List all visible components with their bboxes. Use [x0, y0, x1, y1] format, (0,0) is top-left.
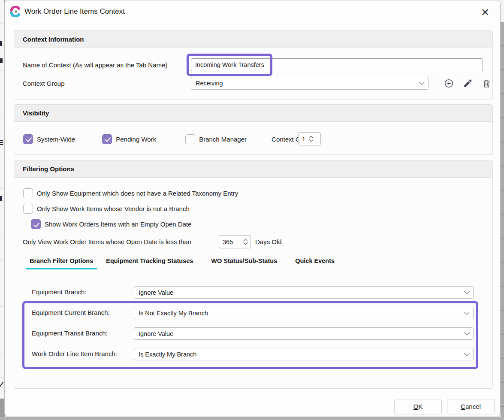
app-logo-icon	[10, 6, 21, 17]
pencil-icon	[463, 79, 473, 88]
open-date-filter-label: Only View Work Order Items whose Open Da…	[23, 238, 191, 245]
background-text-fragment	[0, 140, 3, 141]
stepper-arrows-icon[interactable]	[310, 136, 313, 141]
checkbox-icon[interactable]	[23, 134, 33, 144]
equipment-current-branch-label: Equipment Current Branch:	[32, 309, 110, 316]
chevron-down-icon	[464, 289, 470, 294]
tab-branch-filter-options[interactable]: Branch Filter Options	[26, 256, 97, 269]
chevron-down-icon	[464, 309, 470, 315]
checkbox-icon[interactable]	[23, 188, 33, 198]
ok-button[interactable]: OK	[394, 399, 442, 414]
background-text-fragment	[0, 58, 3, 63]
system-wide-checkbox[interactable]: System-Wide	[23, 134, 75, 144]
context-information-group: Context Information Name of Context (As …	[14, 30, 493, 100]
equipment-transit-branch-dropdown[interactable]: Ignore Value	[134, 327, 474, 340]
equipment-branch-value: Ignore Value	[139, 289, 465, 296]
background-text-fragment	[0, 381, 4, 389]
context-group-label: Context Group	[23, 80, 65, 87]
background-text-fragment	[0, 142, 3, 143]
filtering-options-group: Filtering Options Only Show Equipment wh…	[14, 160, 493, 389]
equipment-transit-branch-value: Ignore Value	[139, 330, 465, 337]
days-old-label: Days Old	[255, 238, 282, 245]
tab-quick-events[interactable]: Quick Events	[291, 256, 338, 269]
days-old-stepper[interactable]: 365	[219, 235, 251, 248]
edit-context-group-button[interactable]	[462, 78, 473, 89]
chevron-down-icon	[464, 330, 470, 335]
close-icon[interactable]: ✕	[478, 5, 492, 20]
empty-open-date-label: Show Work Orders Items with an Empty Ope…	[45, 221, 191, 228]
equipment-transit-branch-label: Equipment Transit Branch:	[32, 329, 108, 337]
cancel-button[interactable]: Cancel	[447, 399, 495, 414]
chevron-down-icon	[419, 79, 425, 85]
pending-work-label: Pending Work	[116, 136, 156, 143]
checkbox-icon[interactable]	[23, 204, 33, 214]
context-order-value: 1	[302, 136, 305, 142]
system-wide-label: System-Wide	[37, 136, 75, 143]
tab-wo-status-sub-status[interactable]: WO Status/Sub-Status	[207, 256, 281, 269]
background-window-bottom-edge	[0, 417, 504, 420]
wo-line-item-branch-value: Is Exactly My Branch	[139, 351, 465, 358]
context-order-stepper[interactable]: 1	[298, 132, 321, 145]
visibility-header: Visibility	[14, 105, 492, 122]
vendor-not-branch-checkbox[interactable]: Only Show Work Items whose Vendor is not…	[23, 204, 190, 214]
context-group-value: Receiving	[196, 80, 420, 87]
tab-equipment-tracking-statuses[interactable]: Equipment Tracking Statuses	[102, 256, 197, 269]
taxonomy-filter-checkbox[interactable]: Only Show Equipment which does not have …	[23, 188, 238, 198]
filtering-options-header: Filtering Options	[14, 160, 492, 178]
name-of-context-label: Name of Context (As will appear as the T…	[23, 61, 167, 69]
checkbox-icon[interactable]	[31, 219, 41, 229]
taxonomy-filter-label: Only Show Equipment which does not have …	[37, 190, 238, 197]
days-old-value: 365	[223, 239, 240, 245]
branch-manager-checkbox[interactable]: Branch Manager	[185, 134, 247, 144]
checkbox-icon[interactable]	[185, 134, 195, 144]
dialog-titlebar[interactable]: Work Order Line Items Context ✕	[5, 0, 500, 24]
work-order-context-dialog: Work Order Line Items Context ✕ Context …	[4, 0, 501, 417]
checkbox-icon[interactable]	[102, 134, 112, 144]
branch-manager-label: Branch Manager	[199, 136, 247, 143]
equipment-current-branch-value: Is Not Exactly My Branch	[139, 310, 465, 317]
equipment-branch-dropdown[interactable]: Ignore Value	[134, 286, 474, 299]
pending-work-checkbox[interactable]: Pending Work	[102, 134, 156, 144]
context-group-dropdown[interactable]: Receiving	[191, 77, 429, 90]
background-window-right-edge	[501, 22, 504, 417]
background-text-fragment	[0, 196, 2, 201]
background-text-fragment	[0, 41, 2, 46]
trash-icon	[482, 79, 492, 88]
context-name-input[interactable]: Incoming Work Transfers	[191, 58, 483, 71]
context-information-header: Context Information	[14, 31, 492, 48]
context-name-value: Incoming Work Transfers	[195, 61, 264, 68]
wo-line-item-branch-label: Work Order Line Item Branch:	[32, 350, 117, 357]
stepper-arrows-icon[interactable]	[244, 239, 247, 244]
filter-tabs: Branch Filter Options Equipment Tracking…	[26, 256, 344, 269]
plus-circle-icon	[444, 79, 454, 88]
vendor-not-branch-label: Only Show Work Items whose Vendor is not…	[37, 205, 190, 212]
delete-context-group-button[interactable]	[481, 78, 492, 89]
background-text-fragment	[0, 144, 3, 145]
chevron-down-icon	[464, 351, 470, 356]
dialog-title: Work Order Line Items Context	[24, 7, 125, 16]
equipment-branch-label: Equipment Branch:	[32, 288, 87, 296]
empty-open-date-checkbox[interactable]: Show Work Orders Items with an Empty Ope…	[31, 219, 191, 229]
visibility-group: Visibility System-Wide Pending Work Bran…	[14, 104, 493, 155]
wo-line-item-branch-dropdown[interactable]: Is Exactly My Branch	[134, 348, 474, 360]
equipment-current-branch-dropdown[interactable]: Is Not Exactly My Branch	[134, 307, 474, 319]
add-context-group-button[interactable]	[443, 78, 454, 89]
